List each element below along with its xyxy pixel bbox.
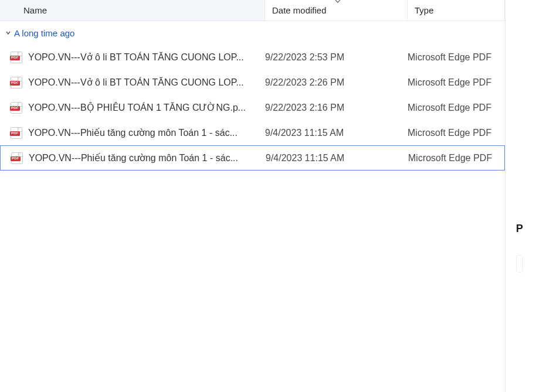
file-type: Microsoft Edge PDF [408, 128, 505, 138]
file-date: 9/4/2023 11:15 AM [265, 128, 408, 138]
pdf-badge: PDF [10, 106, 20, 111]
file-date: 9/22/2023 2:26 PM [265, 77, 408, 88]
details-pane: P [505, 0, 533, 392]
pdf-file-icon: PDF [11, 152, 23, 164]
pdf-file-icon: PDF [11, 127, 22, 139]
file-date: 9/22/2023 2:53 PM [265, 52, 408, 63]
file-name: YOPO.VN---Vở ô li BT TOÁN TĂNG CUONG LOP… [28, 52, 265, 63]
group-header[interactable]: A long time ago [0, 21, 505, 45]
pdf-badge: PDF [11, 156, 21, 161]
file-type: Microsoft Edge PDF [408, 103, 505, 113]
file-date: 9/22/2023 2:16 PM [265, 103, 408, 113]
window-root: Name Date modified Type A long time ago … [0, 0, 533, 392]
file-list-pane: Name Date modified Type A long time ago … [0, 0, 505, 392]
column-header-type-label: Type [415, 5, 434, 15]
details-input-stub [516, 255, 523, 272]
file-type: Microsoft Edge PDF [408, 153, 504, 163]
pdf-file-icon: PDF [11, 52, 22, 63]
pdf-file-icon: PDF [11, 77, 22, 88]
column-header-date-label: Date modified [272, 5, 327, 15]
details-pane-heading: P [516, 223, 533, 235]
file-name: YOPO.VN---Vở ô li BT TOÁN TĂNG CUONG LOP… [28, 77, 265, 88]
pdf-badge: PDF [10, 131, 20, 136]
column-header-name-label: Name [23, 5, 47, 15]
column-header-date[interactable]: Date modified [265, 0, 408, 21]
file-name: YOPO.VN---Phiếu tăng cường môn Toán 1 - … [28, 127, 265, 138]
pdf-badge: PDF [10, 81, 20, 86]
column-header-type[interactable]: Type [408, 0, 505, 21]
file-name: YOPO.VN---BỘ PHIẾU TOÁN 1 TĂNG CƯỜNG.p..… [28, 102, 265, 113]
file-type: Microsoft Edge PDF [408, 77, 505, 88]
file-row[interactable]: PDFYOPO.VN---Phiếu tăng cường môn Toán 1… [0, 120, 505, 145]
file-row[interactable]: PDFYOPO.VN---BỘ PHIẾU TOÁN 1 TĂNG CƯỜNG.… [0, 95, 505, 120]
group-collapse-icon [4, 28, 13, 38]
pdf-badge: PDF [10, 56, 20, 60]
column-header-name[interactable]: Name [0, 0, 265, 21]
file-rows: PDFYOPO.VN---Vở ô li BT TOÁN TĂNG CUONG … [0, 45, 505, 171]
group-header-label: A long time ago [14, 28, 74, 38]
column-headers: Name Date modified Type [0, 0, 505, 21]
file-row[interactable]: PDFYOPO.VN---Vở ô li BT TOÁN TĂNG CUONG … [0, 45, 505, 70]
file-row[interactable]: PDFYOPO.VN---Phiếu tăng cường môn Toán 1… [0, 145, 505, 171]
file-date: 9/4/2023 11:15 AM [266, 153, 408, 163]
pdf-file-icon: PDF [11, 102, 22, 114]
file-list-body: A long time ago PDFYOPO.VN---Vở ô li BT … [0, 21, 505, 171]
file-row[interactable]: PDFYOPO.VN---Vở ô li BT TOÁN TĂNG CUONG … [0, 70, 505, 95]
file-type: Microsoft Edge PDF [408, 52, 505, 63]
file-name: YOPO.VN---Phiếu tăng cường môn Toán 1 - … [29, 152, 266, 163]
